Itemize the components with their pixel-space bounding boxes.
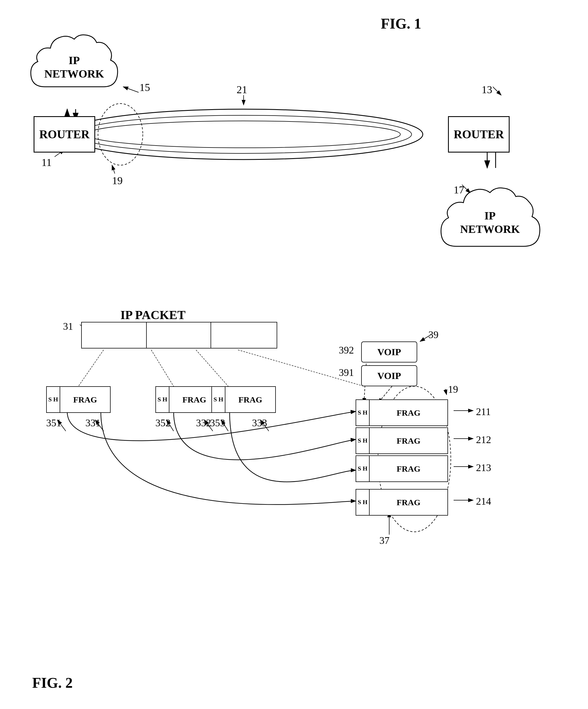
sh-box-1: S H	[46, 386, 60, 413]
right-frag-3: S H FRAG	[356, 455, 448, 482]
svg-line-17	[78, 350, 104, 386]
frag-label-333: 333	[252, 417, 267, 429]
packet-label: 31	[63, 320, 73, 332]
right-sh-1: S H	[356, 399, 369, 426]
voip2-ref: 391	[339, 367, 354, 378]
fig1-title: FIG. 1	[381, 16, 421, 32]
wdm-ref-19: 19	[448, 384, 458, 395]
right-frag-4: S H FRAG	[356, 489, 448, 516]
svg-point-6	[98, 104, 143, 165]
right-frag-box-4: FRAG	[369, 489, 448, 516]
cloud2-label: 17	[454, 184, 464, 196]
svg-point-5	[87, 121, 401, 148]
frag-label-352: 352	[155, 417, 171, 429]
router2-label: 13	[482, 83, 492, 96]
right-frag-box-1: FRAG	[369, 399, 448, 426]
cloud2: IP NETWORK	[431, 174, 549, 263]
svg-line-14	[112, 165, 115, 174]
frag-group-1: S H FRAG	[46, 386, 110, 413]
voip1-ref: 392	[339, 344, 354, 356]
right-sh-3: S H	[356, 455, 369, 482]
fig2-title: FIG. 2	[32, 675, 73, 691]
router2: ROUTER	[448, 116, 510, 153]
router1-label: 11	[42, 156, 52, 168]
ref-213: 213	[476, 462, 491, 474]
link-label: 21	[237, 83, 247, 96]
right-frag-box-2: FRAG	[369, 427, 448, 454]
router1: ROUTER	[33, 116, 95, 153]
voip-box-1: VOIP	[361, 341, 417, 363]
ip-packet-label: IP PACKET	[120, 308, 186, 322]
ip-packet-box	[81, 322, 277, 348]
right-frag-1: S H FRAG	[356, 399, 448, 426]
frag-group-3: S H FRAG	[211, 386, 276, 413]
frag-label-331: 331	[85, 417, 101, 429]
svg-line-18	[151, 350, 174, 386]
ref-214: 214	[476, 495, 491, 507]
right-sh-2: S H	[356, 427, 369, 454]
right-sh-4: S H	[356, 489, 369, 516]
svg-point-3	[65, 109, 423, 160]
svg-point-4	[76, 115, 412, 153]
svg-line-19	[196, 350, 228, 386]
frag-box-3: FRAG	[225, 386, 276, 413]
ref-212: 212	[476, 434, 491, 446]
sh-box-3: S H	[211, 386, 225, 413]
frag-box-1: FRAG	[60, 386, 110, 413]
cloud2-text: IP NETWORK	[460, 209, 520, 236]
ref-211: 211	[476, 406, 491, 418]
frag-group-2: S H FRAG	[155, 386, 220, 413]
svg-line-33	[445, 389, 446, 395]
cloud1: IP NETWORK	[22, 22, 126, 106]
cloud1-label: 15	[139, 81, 150, 94]
right-frag-2: S H FRAG	[356, 427, 448, 454]
frag-label-353: 353	[210, 417, 225, 429]
right-frag-box-3: FRAG	[369, 455, 448, 482]
voip-group-label: 39	[428, 329, 438, 341]
oval-label: 19	[112, 175, 123, 187]
svg-line-12	[493, 87, 501, 95]
bottom-label-37: 37	[379, 534, 389, 546]
frag-label-351: 351	[46, 417, 61, 429]
voip-box-2: VOIP	[361, 365, 417, 386]
cloud1-text: IP NETWORK	[44, 54, 104, 81]
frag-label-332: 332	[196, 417, 211, 429]
sh-box-2: S H	[155, 386, 170, 413]
